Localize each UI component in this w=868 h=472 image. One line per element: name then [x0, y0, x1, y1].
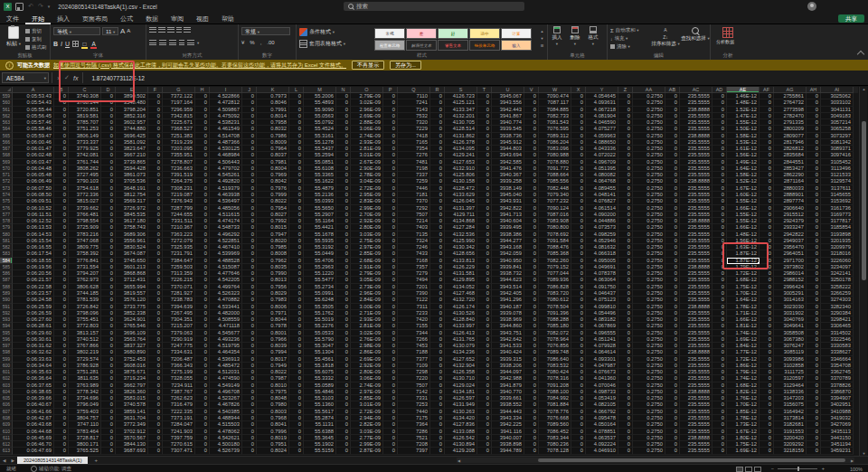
cell-J562[interactable]: 0	[242, 113, 257, 119]
cell-C561[interactable]: 3720.851	[69, 107, 101, 113]
cell-AH583[interactable]: 0	[807, 250, 821, 257]
cell-J581[interactable]: 0	[242, 238, 257, 244]
cell-X573[interactable]: 0	[571, 185, 586, 192]
cell-Z593[interactable]: 0	[618, 316, 633, 323]
cell-F560[interactable]: 0	[148, 99, 163, 106]
cell-L584[interactable]: 0	[289, 258, 304, 264]
cell-F567[interactable]: 0	[148, 146, 163, 152]
cell-X598[interactable]: 0	[571, 349, 586, 355]
cell-V577[interactable]: 0	[524, 212, 539, 218]
cell-W605[interactable]: 7084.992	[539, 395, 571, 401]
cell-AC571[interactable]: 235.5555	[680, 172, 712, 178]
cell-O600[interactable]: 2.92E-09	[351, 363, 383, 369]
cell-AF568[interactable]: 0	[760, 152, 774, 158]
next-sheet-icon[interactable]: ▶	[11, 458, 14, 463]
cell-C580[interactable]: 3783.216	[69, 231, 101, 238]
cell-AA598[interactable]: 0.2750	[633, 349, 665, 355]
cell-G569[interactable]: 7278.807	[163, 159, 195, 165]
cell-R607[interactable]: 0	[430, 409, 445, 415]
cell-C602[interactable]: 3811.635	[69, 375, 101, 382]
cell-U610[interactable]: 3941.116	[492, 429, 524, 435]
cell-AI582[interactable]: 3209979	[821, 244, 854, 250]
cell-E577[interactable]: 3845.535	[116, 212, 148, 218]
cell-T597[interactable]: 0	[477, 343, 492, 349]
cell-O607[interactable]: 2.72E-09	[351, 409, 383, 415]
cell-C587[interactable]: 3762.973	[69, 277, 101, 283]
cell-M578[interactable]: 55.1164	[304, 218, 336, 224]
cell-D563[interactable]: 0	[101, 119, 116, 126]
cell-J601[interactable]: 0	[242, 369, 257, 375]
cell-J577[interactable]: 0	[242, 212, 257, 218]
cell-B590[interactable]: 0	[54, 297, 69, 303]
cell-O594[interactable]: 2.81E-09	[351, 323, 383, 329]
cell-G587[interactable]: 7226.215	[163, 277, 195, 283]
cell-Q596[interactable]: 7266	[398, 336, 430, 343]
cell-A589[interactable]: 0:06:23.57	[13, 290, 54, 297]
cell-J560[interactable]: 0	[242, 99, 257, 106]
cell-M612[interactable]: 55.1902	[304, 441, 336, 448]
cell-E599[interactable]: 3752.453	[116, 356, 148, 363]
cell-AI562[interactable]: 3049183	[821, 113, 854, 119]
cell-H569[interactable]: 0	[195, 159, 210, 165]
cell-U613[interactable]: 3944.789	[492, 448, 524, 454]
save-as-button[interactable]: 另存为...	[390, 61, 421, 70]
cell-AG589[interactable]: 3005291	[774, 290, 807, 297]
cell-M600[interactable]: 55.1818	[304, 363, 336, 369]
cell-V572[interactable]: 0	[524, 178, 539, 184]
cell-N604[interactable]: 0	[336, 389, 351, 395]
cell-F564[interactable]: 0	[148, 126, 163, 132]
cell-O582[interactable]: 2.97E-09	[351, 244, 383, 250]
cell-H610[interactable]: 0	[195, 429, 210, 435]
cell-AH585[interactable]: 0	[807, 264, 821, 270]
cell-F607[interactable]: 0	[148, 409, 163, 415]
cell-D561[interactable]: 0	[101, 107, 116, 113]
cell-Z576[interactable]: 0	[618, 205, 633, 212]
cell-F574[interactable]: 0	[148, 192, 163, 198]
cell-A595[interactable]: 0:06:29.60	[13, 330, 54, 336]
cell-A597[interactable]: 0:06:31.62	[13, 343, 54, 349]
cell-U576[interactable]: 3942.822	[492, 205, 524, 212]
cell-I608[interactable]: 4.488944	[210, 415, 242, 421]
cell-M599[interactable]: 55.4561	[304, 356, 336, 363]
cell-AH560[interactable]: 0	[807, 99, 821, 106]
cell-B564[interactable]: 0	[54, 126, 69, 132]
cell-AB608[interactable]: 0	[665, 415, 680, 421]
cell-J576[interactable]: 0	[242, 205, 257, 212]
cell-AA599[interactable]: 0.2750	[633, 356, 665, 363]
cell-AF599[interactable]: 0	[760, 356, 774, 363]
cell-AE588[interactable]: 1.75E-12	[727, 284, 760, 290]
cell-AB584[interactable]: 0	[665, 258, 680, 264]
cell-X562[interactable]: 0	[571, 113, 586, 119]
cell-S592[interactable]: 4130.526	[445, 310, 477, 316]
cell-H612[interactable]: 0	[195, 441, 210, 448]
cell-X591[interactable]: 0	[571, 304, 586, 310]
cell-Q600[interactable]: 7109	[398, 363, 430, 369]
cell-Z582[interactable]: 0	[618, 244, 633, 250]
cell-P611[interactable]: 0	[383, 435, 398, 441]
cell-A568[interactable]: 0:06:02.48	[13, 152, 54, 158]
cell-B574[interactable]: 0	[54, 192, 69, 198]
cell-AD572[interactable]: 0	[712, 178, 727, 184]
cell-I559[interactable]: 4.522866	[210, 93, 242, 99]
cell-V593[interactable]: 0	[524, 316, 539, 323]
cell-Z565[interactable]: 0	[618, 133, 633, 139]
cell-AE600[interactable]: 1.86E-12	[727, 363, 760, 369]
cell-L576[interactable]: 0	[289, 205, 304, 212]
cell-P579[interactable]: 0	[383, 224, 398, 231]
cell-B611[interactable]: 0	[54, 435, 69, 441]
cell-AD589[interactable]: 0	[712, 290, 727, 297]
cell-Y610[interactable]: 4.078851	[586, 429, 618, 435]
cell-H597[interactable]: 0	[195, 343, 210, 349]
cell-V569[interactable]: 0	[524, 159, 539, 165]
cell-N573[interactable]: 0	[336, 185, 351, 192]
cell-C571[interactable]: 3727.495	[69, 172, 101, 178]
cell-Q574[interactable]: 7181	[398, 192, 430, 198]
cell-AF577[interactable]: 0	[760, 212, 774, 218]
cell-AG592[interactable]: 3031902	[774, 310, 807, 316]
cell-E573[interactable]: 3648.191	[116, 185, 148, 192]
cell-Q560[interactable]: 7241	[398, 99, 430, 106]
cell-M586[interactable]: 55.1220	[304, 270, 336, 277]
cell-Q566[interactable]: 7165	[398, 139, 430, 146]
cell-K607[interactable]: 0.8003	[257, 409, 289, 415]
cell-R573[interactable]: 0	[430, 185, 445, 192]
